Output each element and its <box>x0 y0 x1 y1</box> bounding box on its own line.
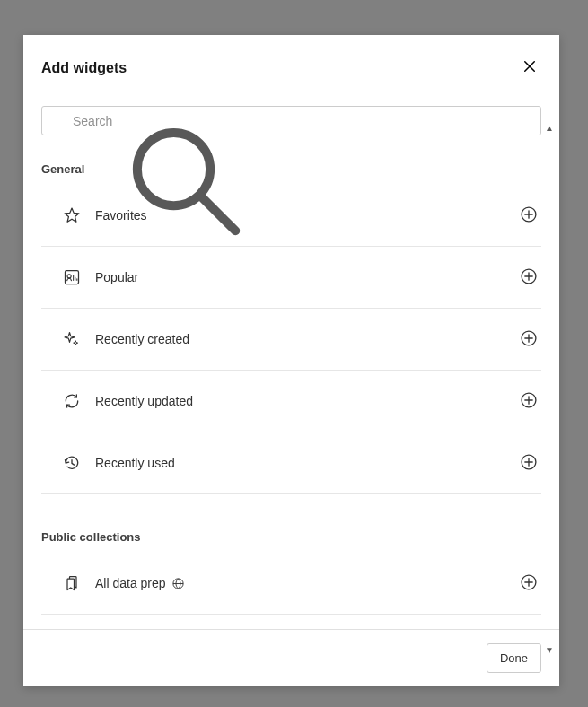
plus-circle-icon <box>520 453 538 474</box>
widget-label-text: All data prep <box>95 576 166 590</box>
widget-label: Favorites <box>95 208 516 223</box>
plus-circle-icon <box>520 391 538 412</box>
widget-label: Popular <box>95 270 516 284</box>
widget-item-popular: Popular <box>41 247 541 309</box>
plus-circle-icon <box>520 573 538 594</box>
close-button[interactable] <box>518 55 541 81</box>
sparkle-icon <box>63 330 81 348</box>
plus-circle-icon <box>520 205 538 226</box>
star-icon <box>63 206 81 224</box>
done-button[interactable]: Done <box>487 643 541 673</box>
public-collections-widget-list: All data prep Collection B <box>41 553 541 629</box>
globe-icon <box>171 577 185 590</box>
bookmarks-icon <box>63 574 81 592</box>
add-button[interactable] <box>516 327 541 352</box>
widget-item-collection-b: Collection B <box>41 615 541 629</box>
plus-circle-icon <box>520 329 538 350</box>
refresh-icon <box>63 392 81 410</box>
close-icon <box>522 58 538 77</box>
general-widget-list: Favorites Popular Recently created Recen… <box>41 185 541 494</box>
add-button[interactable] <box>516 265 541 290</box>
search-wrapper <box>41 106 541 135</box>
modal-header: Add widgets <box>23 35 559 95</box>
widget-label: All data prep <box>95 576 516 590</box>
widget-item-favorites: Favorites <box>41 185 541 247</box>
widget-item-recently-created: Recently created <box>41 309 541 371</box>
widget-label: Recently updated <box>95 394 516 408</box>
modal-body[interactable]: General Favorites Popular Recently creat… <box>23 95 559 629</box>
search-input[interactable] <box>41 106 541 135</box>
add-button[interactable] <box>516 203 541 228</box>
widget-item-recently-used: Recently used <box>41 432 541 494</box>
add-button[interactable] <box>516 388 541 414</box>
plus-circle-icon <box>520 267 538 288</box>
widget-item-recently-updated: Recently updated <box>41 371 541 432</box>
widget-label: Recently created <box>95 332 516 346</box>
add-button[interactable] <box>516 571 541 596</box>
add-widgets-modal: Add widgets General Favorites Popular <box>23 35 559 686</box>
popular-icon <box>63 268 81 286</box>
widget-item-all-data-prep: All data prep <box>41 553 541 615</box>
section-title-public-collections: Public collections <box>41 530 541 544</box>
modal-title: Add widgets <box>41 60 127 76</box>
add-button[interactable] <box>516 450 541 476</box>
section-title-general: General <box>41 162 541 176</box>
widget-label: Recently used <box>95 456 516 470</box>
modal-footer: Done <box>23 629 559 686</box>
history-icon <box>63 454 81 472</box>
